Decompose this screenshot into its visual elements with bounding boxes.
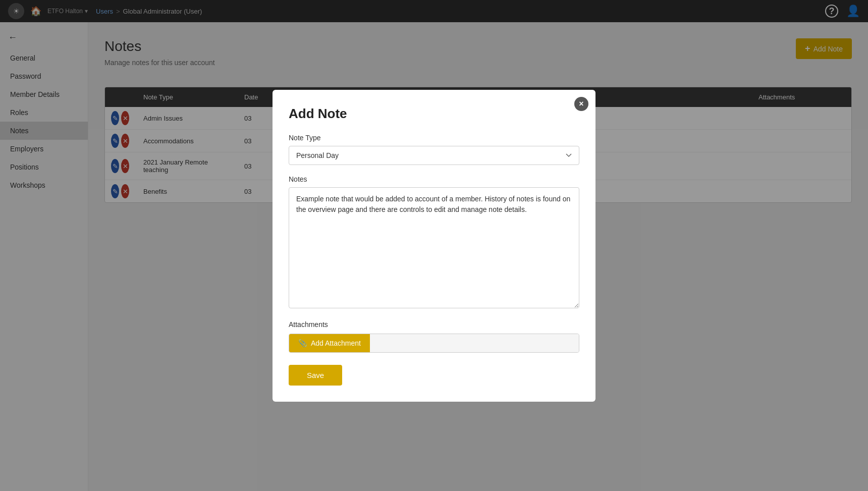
- attachments-label: Attachments: [289, 320, 579, 329]
- attachment-icon: 📎: [298, 339, 307, 347]
- modal-title: Add Note: [289, 106, 579, 122]
- attachment-area: 📎 Add Attachment: [289, 334, 579, 353]
- add-attachment-button[interactable]: 📎 Add Attachment: [289, 334, 370, 352]
- add-note-modal: × Add Note Note Type Personal Day Admin …: [273, 90, 595, 402]
- notes-label: Notes: [289, 175, 579, 183]
- note-type-label: Note Type: [289, 134, 579, 142]
- save-button[interactable]: Save: [289, 365, 342, 386]
- modal-close-button[interactable]: ×: [574, 97, 588, 111]
- modal-overlay[interactable]: × Add Note Note Type Personal Day Admin …: [0, 0, 868, 491]
- notes-textarea[interactable]: Example note that would be added to acco…: [289, 187, 579, 308]
- attachment-input[interactable]: [370, 334, 579, 352]
- note-type-select[interactable]: Personal Day Admin Issues Accommodations…: [289, 146, 579, 165]
